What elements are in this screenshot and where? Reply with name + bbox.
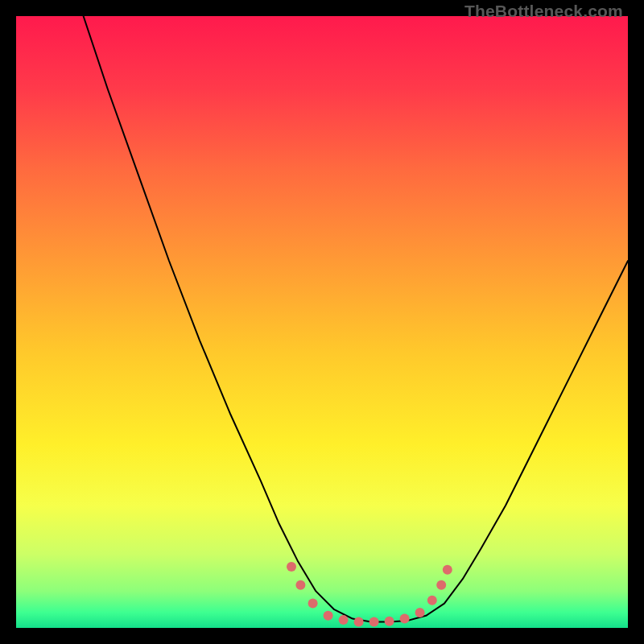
watermark-text: TheBottleneck.com xyxy=(464,2,623,21)
data-point xyxy=(385,617,394,626)
data-point xyxy=(427,596,437,605)
data-point xyxy=(369,617,379,626)
data-point xyxy=(324,611,333,621)
data-point xyxy=(295,580,305,590)
data-point xyxy=(415,608,425,617)
data-point xyxy=(339,615,349,625)
data-point xyxy=(308,599,318,609)
data-point xyxy=(354,617,364,626)
bottleneck-chart xyxy=(16,16,628,628)
gradient-background xyxy=(16,16,628,628)
data-point xyxy=(287,562,296,572)
data-point xyxy=(436,580,446,590)
data-point xyxy=(443,565,452,575)
data-point xyxy=(400,614,410,624)
chart-frame xyxy=(16,16,628,628)
